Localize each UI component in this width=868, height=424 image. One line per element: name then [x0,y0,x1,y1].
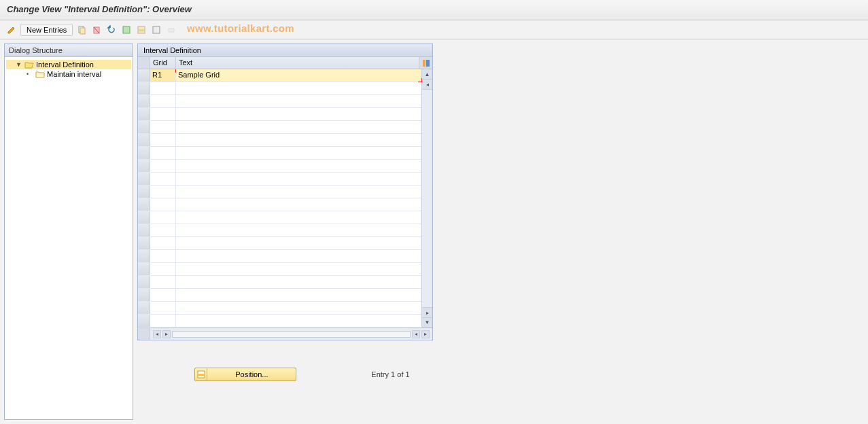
row-selector[interactable] [138,82,150,94]
copy-as-icon[interactable] [75,24,88,36]
cell-text[interactable] [176,224,421,236]
grid-config-icon[interactable] [419,57,432,69]
row-selector[interactable] [138,302,150,314]
cell-text[interactable] [176,95,421,107]
horizontal-scrollbar[interactable]: ◂ ▸ ◂ ▸ [138,328,432,340]
cell-text[interactable] [176,302,421,314]
scroll-up-icon[interactable]: ▲ [422,69,432,80]
position-button[interactable]: Position... [194,368,296,381]
hscroll-step-left-icon[interactable]: ▸ [162,330,171,338]
scroll-step-up-icon[interactable]: ◂ [422,80,432,90]
scroll-step-down-icon[interactable]: ▸ [422,307,432,317]
cell-grid[interactable] [150,315,176,327]
row-selector[interactable] [138,211,150,224]
hscroll-bar[interactable] [172,331,411,338]
row-selector[interactable] [138,147,150,159]
row-selector[interactable] [138,173,150,185]
table-row[interactable] [138,263,421,276]
cell-grid[interactable] [150,82,176,94]
grid-column-header-text[interactable]: Text [176,57,419,69]
table-row[interactable] [138,108,421,121]
hscroll-left-icon[interactable]: ◂ [153,330,161,338]
row-selector[interactable] [138,95,150,107]
cell-grid[interactable] [150,276,176,288]
cell-grid[interactable] [150,211,176,224]
row-selector[interactable] [138,224,150,236]
new-entries-button[interactable]: New Entries [20,24,73,36]
row-selector[interactable] [138,315,150,327]
grid-column-header-grid[interactable]: Grid [150,57,176,69]
row-selector[interactable] [138,186,150,198]
row-selector[interactable] [138,237,150,249]
row-selector[interactable] [138,108,150,120]
table-row[interactable] [138,173,421,186]
toggle-change-icon[interactable] [5,24,18,36]
row-selector[interactable] [138,69,150,82]
table-row[interactable] [138,147,421,160]
table-row[interactable] [138,95,421,108]
row-selector[interactable] [138,250,150,262]
table-row[interactable] [138,237,421,250]
cell-text[interactable] [176,134,421,146]
cell-text[interactable] [176,263,421,275]
row-selector[interactable] [138,121,150,133]
cell-grid[interactable] [150,160,176,172]
tree-node-interval-definition[interactable]: ▼ Interval Definition [6,60,131,69]
tree-node-maintain-interval[interactable]: • Maintain interval [6,69,131,79]
cell-text[interactable] [176,250,421,262]
cell-grid[interactable] [150,147,176,159]
table-row[interactable] [138,315,421,328]
cell-grid[interactable] [150,186,176,198]
cell-text[interactable]: Sample Grid [176,69,421,82]
deselect-all-icon[interactable] [150,24,162,36]
cell-text[interactable] [176,276,421,288]
hscroll-step-right-icon[interactable]: ◂ [412,330,420,338]
cell-text[interactable] [176,289,421,301]
cell-grid[interactable]: R1 [150,69,176,82]
grid-header-selector[interactable] [138,57,150,69]
table-row[interactable] [138,302,421,315]
cell-grid[interactable] [150,198,176,211]
row-selector[interactable] [138,289,150,301]
cell-text[interactable] [176,315,421,327]
tree-collapse-icon[interactable]: ▼ [16,61,22,68]
table-row[interactable] [138,160,421,173]
cell-grid[interactable] [150,250,176,262]
row-selector[interactable] [138,263,150,275]
table-row[interactable] [138,211,421,224]
cell-text[interactable] [176,211,421,224]
table-row[interactable] [138,250,421,263]
cell-grid[interactable] [150,224,176,236]
vertical-scrollbar[interactable]: ▲ ◂ ▸ ▼ [421,69,432,328]
row-selector[interactable] [138,160,150,172]
cell-grid[interactable] [150,134,176,146]
table-row[interactable] [138,198,421,211]
delete-icon[interactable] [90,24,103,36]
select-all-icon[interactable] [120,24,133,36]
cell-text[interactable] [176,173,421,185]
table-row[interactable] [138,289,421,302]
hscroll-right-icon[interactable]: ▸ [421,330,430,338]
cell-grid[interactable] [150,121,176,133]
scroll-down-icon[interactable]: ▼ [422,317,432,328]
row-selector[interactable] [138,276,150,288]
cell-text[interactable] [176,121,421,133]
row-selector[interactable] [138,134,150,146]
cell-text[interactable] [176,160,421,172]
table-row[interactable] [138,276,421,289]
table-row[interactable] [138,121,421,134]
cell-text[interactable] [176,82,421,94]
cell-text[interactable] [176,108,421,120]
table-row[interactable] [138,134,421,147]
table-row[interactable] [138,186,421,198]
select-block-icon[interactable] [135,24,147,36]
cell-text[interactable] [176,186,421,198]
cell-text[interactable] [176,147,421,159]
cell-grid[interactable] [150,173,176,185]
cell-text[interactable] [176,237,421,249]
row-selector[interactable] [138,198,150,211]
table-row[interactable]: R1Sample Grid [138,69,421,82]
cell-grid[interactable] [150,95,176,107]
table-row[interactable] [138,224,421,237]
table-row[interactable] [138,82,421,95]
